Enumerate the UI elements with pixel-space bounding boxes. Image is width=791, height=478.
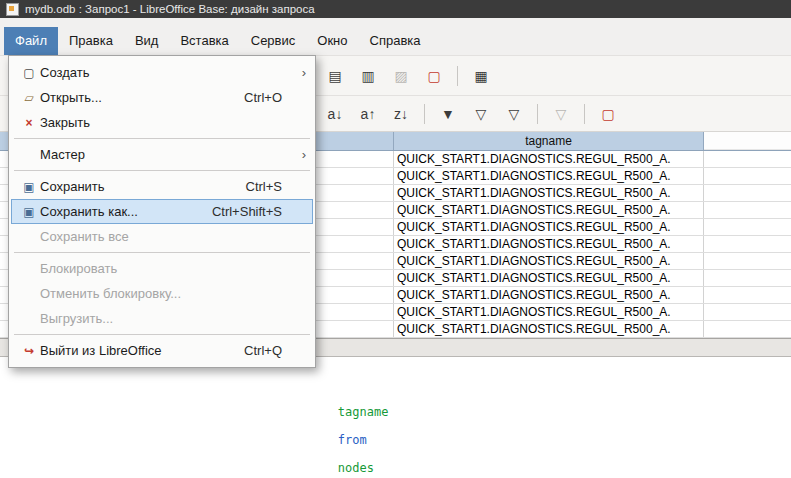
- libreoffice-base-window: mydb.odb : Запрос1 - LibreOffice Base: д…: [0, 0, 791, 478]
- row-cell-empty: [704, 185, 791, 201]
- toolbar-icon-glyph: ▤: [328, 68, 341, 84]
- submenu-arrow-icon: ›: [294, 65, 306, 80]
- save-icon: ▣: [18, 180, 40, 194]
- row-cell-empty: [704, 270, 791, 286]
- toolbar-icon-glyph: ▨: [394, 68, 407, 84]
- menu-item-unlock[interactable]: Отменить блокировку... ›: [11, 281, 313, 306]
- autofilter-icon[interactable]: ▼: [435, 101, 461, 127]
- window-title: mydb.odb : Запрос1 - LibreOffice Base: д…: [25, 3, 315, 15]
- menubar: Файл Правка Вид Вставка Сервис Окно Спра…: [0, 18, 791, 55]
- new-document-icon: ▢: [18, 66, 40, 80]
- sql-token: tagname: [338, 405, 396, 419]
- sql-token: nodes: [338, 461, 374, 475]
- close-document-icon[interactable]: ▢: [421, 63, 447, 89]
- column-header-tagname[interactable]: tagname: [394, 132, 704, 150]
- row-cell-tagname: QUICK_START1.DIAGNOSTICS.REGUL_R500_A.: [394, 168, 704, 184]
- menu-item-open[interactable]: ▱ Открыть... Ctrl+O ›: [11, 85, 313, 110]
- standard-filter-icon[interactable]: ▽: [501, 101, 527, 127]
- menu-item-label: Выгрузить...: [40, 311, 282, 326]
- toolbar-icon-glyph: ▽: [476, 106, 487, 122]
- menu-item-new[interactable]: ▢ Создать ›: [11, 60, 313, 85]
- menu-item-shortcut: Ctrl+S: [246, 179, 282, 194]
- toolbar-icon-glyph: ▦: [474, 68, 487, 84]
- sql-statement: tagname from nodes: [280, 363, 396, 478]
- toolbar-icon-glyph: ▼: [441, 106, 455, 122]
- menubar-item-window[interactable]: Окно: [306, 27, 358, 55]
- menu-item-label: Сохранить: [40, 179, 246, 194]
- toolbar-icon-glyph: z↓: [394, 106, 408, 122]
- submenu-arrow-icon: ›: [294, 147, 306, 162]
- menubar-item-edit[interactable]: Правка: [58, 27, 124, 55]
- row-cell-empty: [704, 321, 791, 337]
- menu-item-shortcut: Ctrl+Q: [244, 343, 282, 358]
- menu-separator: ›: [12, 331, 312, 338]
- menubar-item-tools[interactable]: Сервис: [240, 27, 307, 55]
- menu-separator: ›: [12, 167, 312, 174]
- row-cell-tagname: QUICK_START1.DIAGNOSTICS.REGUL_R500_A.: [394, 304, 704, 320]
- menu-item-label: Мастер: [40, 147, 282, 162]
- sort-order-icon[interactable]: z↓: [388, 101, 414, 127]
- reset-filter-icon[interactable]: ▽: [548, 101, 574, 127]
- menu-item-save[interactable]: ▣ Сохранить Ctrl+S ›: [11, 174, 313, 199]
- sql-token: from: [338, 433, 374, 447]
- file-menu-dropdown: ▢ Создать › ▱ Открыть... Ctrl+O › × Закр…: [8, 55, 316, 368]
- menu-item-label: Блокировать: [40, 261, 282, 276]
- toolbar-separator: [424, 104, 425, 124]
- toolbar-icon-glyph: ▽: [509, 106, 520, 122]
- menu-item-label: Создать: [40, 65, 282, 80]
- toolbar-icon-glyph: ▢: [427, 68, 440, 84]
- menu-separator: ›: [12, 249, 312, 256]
- menubar-item-insert[interactable]: Вставка: [169, 27, 239, 55]
- data-sources-icon[interactable]: ▦: [468, 63, 494, 89]
- row-cell-empty: [704, 202, 791, 218]
- menu-item-save-all[interactable]: Сохранить все ›: [11, 224, 313, 249]
- menu-item-label: Выйти из LibreOffice: [40, 343, 244, 358]
- toolbar-icon-glyph: ▽: [556, 106, 567, 122]
- open-folder-icon: ▱: [18, 91, 40, 105]
- row-cell-empty: [704, 151, 791, 167]
- toolbar-separator: [537, 104, 538, 124]
- menu-item-wizards[interactable]: Мастер ›: [11, 142, 313, 167]
- sort-descending-icon[interactable]: a↑: [355, 101, 381, 127]
- paste-icon[interactable]: ▨: [388, 63, 414, 89]
- row-cell-empty: [704, 304, 791, 320]
- row-cell-tagname: QUICK_START1.DIAGNOSTICS.REGUL_R500_A.: [394, 253, 704, 269]
- menu-item-save-as[interactable]: ▣ Сохранить как... Ctrl+Shift+S ›: [11, 199, 313, 224]
- menu-item-unload[interactable]: Выгрузить... ›: [11, 306, 313, 331]
- row-cell-tagname: QUICK_START1.DIAGNOSTICS.REGUL_R500_A.: [394, 287, 704, 303]
- column-header-empty: [704, 132, 791, 150]
- sql-editor-pane[interactable]: tagname from nodes: [0, 357, 791, 478]
- menu-item-shortcut: Ctrl+Shift+S: [212, 204, 282, 219]
- row-cell-tagname: QUICK_START1.DIAGNOSTICS.REGUL_R500_A.: [394, 236, 704, 252]
- copy-icon[interactable]: ▥: [355, 63, 381, 89]
- menubar-item-file[interactable]: Файл: [4, 27, 58, 55]
- menu-item-label: Сохранить как...: [40, 204, 212, 219]
- menu-item-shortcut: Ctrl+O: [244, 90, 282, 105]
- row-cell-tagname: QUICK_START1.DIAGNOSTICS.REGUL_R500_A.: [394, 202, 704, 218]
- close-query-icon[interactable]: ▢: [595, 101, 621, 127]
- row-cell-empty: [704, 236, 791, 252]
- menu-item-label: Открыть...: [40, 90, 244, 105]
- menubar-item-help[interactable]: Справка: [359, 27, 432, 55]
- sort-ascending-icon[interactable]: a↓: [322, 101, 348, 127]
- menubar-item-view[interactable]: Вид: [124, 27, 170, 55]
- toolbar-icon-glyph: a↑: [361, 106, 376, 122]
- menu-item-exit[interactable]: ↪ Выйти из LibreOffice Ctrl+Q ›: [11, 338, 313, 363]
- menu-separator: ›: [12, 135, 312, 142]
- save-as-icon: ▣: [18, 205, 40, 219]
- toolbar-icon-glyph: ▢: [601, 106, 614, 122]
- toolbar-icon-glyph: a↓: [328, 106, 343, 122]
- menu-item-lock[interactable]: Блокировать ›: [11, 256, 313, 281]
- row-cell-empty: [704, 219, 791, 235]
- row-cell-empty: [704, 253, 791, 269]
- menu-item-close[interactable]: × Закрыть ›: [11, 110, 313, 135]
- window-titlebar: mydb.odb : Запрос1 - LibreOffice Base: д…: [0, 0, 791, 18]
- exit-icon: ↪: [18, 344, 40, 358]
- row-cell-tagname: QUICK_START1.DIAGNOSTICS.REGUL_R500_A.: [394, 185, 704, 201]
- row-cell-empty: [704, 287, 791, 303]
- toolbar-separator: [457, 66, 458, 86]
- apply-filter-icon[interactable]: ▽: [468, 101, 494, 127]
- row-cell-empty: [704, 168, 791, 184]
- edit-data-icon[interactable]: ▤: [322, 63, 348, 89]
- menu-item-label: Отменить блокировку...: [40, 286, 282, 301]
